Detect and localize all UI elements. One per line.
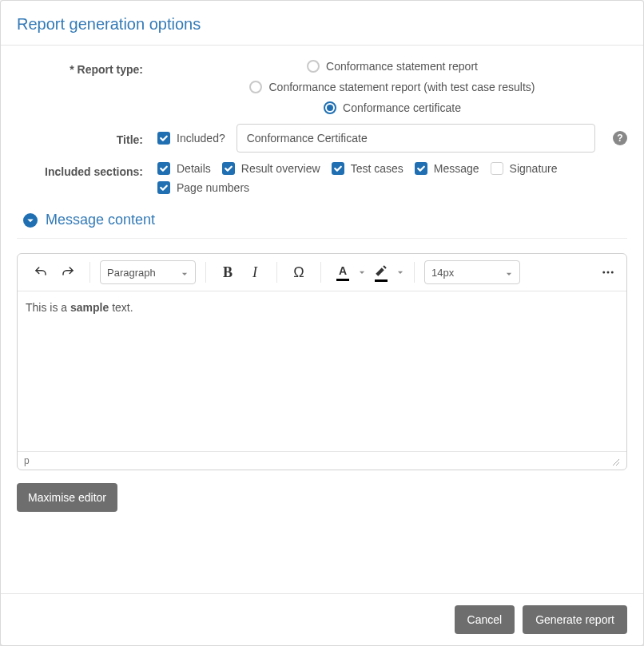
svg-line-3 xyxy=(613,459,619,466)
radio-conformance-statement[interactable]: Conformance statement report xyxy=(307,60,478,73)
editor-element-path[interactable]: p xyxy=(24,455,30,466)
section-toggle-message-content[interactable]: Message content xyxy=(17,204,627,239)
redo-button[interactable] xyxy=(56,260,80,284)
toolbar-separator xyxy=(89,262,90,283)
font-size-select-label: 14px xyxy=(431,267,454,279)
resize-handle[interactable] xyxy=(610,457,620,466)
editor-content-area[interactable]: This is a sample text. xyxy=(18,291,626,451)
chevron-down-icon xyxy=(181,268,189,276)
svg-point-2 xyxy=(611,271,614,274)
svg-line-4 xyxy=(616,462,619,466)
svg-point-0 xyxy=(602,271,605,274)
undo-button[interactable] xyxy=(29,260,53,284)
chevron-down-icon xyxy=(23,213,38,228)
chevron-down-icon xyxy=(505,268,513,276)
checkbox-icon xyxy=(415,162,427,175)
checkbox-icon xyxy=(332,162,344,175)
checkbox-details[interactable]: Details xyxy=(157,162,211,175)
checkbox-label: Message xyxy=(434,162,479,175)
field-sections: Details Result overview Test cases Messa… xyxy=(157,162,627,194)
paragraph-select-label: Paragraph xyxy=(107,267,156,279)
editor-text-bold: sample xyxy=(70,301,109,314)
toolbar-separator xyxy=(414,262,415,283)
checkbox-label: Test cases xyxy=(351,162,403,175)
modal-title: Report generation options xyxy=(17,15,627,34)
checkbox-message[interactable]: Message xyxy=(415,162,479,175)
row-sections: Included sections: Details Result overvi… xyxy=(17,162,627,194)
generate-report-button[interactable]: Generate report xyxy=(523,605,627,634)
checkbox-label: Included? xyxy=(177,132,225,145)
editor-toolbar: Paragraph B I Ω A xyxy=(18,254,626,291)
highlight-color-button[interactable] xyxy=(369,260,393,284)
row-title: Title: Included? ? xyxy=(17,124,627,153)
svg-point-1 xyxy=(607,271,610,274)
radio-icon xyxy=(324,101,336,114)
more-button[interactable] xyxy=(596,260,620,284)
section-title: Message content xyxy=(46,212,155,228)
radio-label: Conformance statement report xyxy=(326,60,478,73)
checkbox-result-overview[interactable]: Result overview xyxy=(222,162,320,175)
radio-label: Conformance statement report (with test … xyxy=(268,81,535,93)
field-title: Included? ? xyxy=(157,124,627,153)
italic-button[interactable]: I xyxy=(243,260,267,284)
toolbar-group-special: Ω xyxy=(282,260,316,284)
label-title: Title: xyxy=(17,130,157,146)
field-report-type: Conformance statement report Conformance… xyxy=(157,60,627,114)
chevron-down-icon[interactable] xyxy=(396,266,404,279)
radio-conformance-statement-results[interactable]: Conformance statement report (with test … xyxy=(249,81,535,93)
checkbox-signature[interactable]: Signature xyxy=(491,162,558,175)
rich-text-editor: Paragraph B I Ω A xyxy=(17,253,627,470)
maximise-editor-button[interactable]: Maximise editor xyxy=(17,483,117,512)
checkbox-icon xyxy=(157,162,170,175)
checkbox-page-numbers[interactable]: Page numbers xyxy=(157,181,249,194)
checkbox-label: Details xyxy=(177,162,211,175)
radio-icon xyxy=(307,60,320,73)
toolbar-separator xyxy=(205,262,206,283)
title-input[interactable] xyxy=(237,124,595,153)
checkbox-label: Page numbers xyxy=(177,181,249,194)
special-char-button[interactable]: Ω xyxy=(287,260,311,284)
checkbox-icon xyxy=(491,162,503,175)
modal-header: Report generation options xyxy=(1,1,643,46)
editor-footer: p xyxy=(18,451,626,470)
toolbar-separator xyxy=(276,262,277,283)
editor-text: This is a xyxy=(26,301,70,314)
modal-body: * Report type: Conformance statement rep… xyxy=(1,46,643,593)
editor-text: text. xyxy=(109,301,133,314)
toolbar-separator xyxy=(320,262,321,283)
row-report-type: * Report type: Conformance statement rep… xyxy=(17,60,627,114)
help-icon[interactable]: ? xyxy=(613,131,627,145)
checkbox-icon xyxy=(157,132,170,145)
toolbar-group-history xyxy=(24,260,85,284)
label-sections: Included sections: xyxy=(17,162,157,178)
chevron-down-icon[interactable] xyxy=(358,266,366,279)
font-size-select[interactable]: 14px xyxy=(424,260,520,284)
checkbox-icon xyxy=(157,181,170,194)
checkbox-title-included[interactable]: Included? xyxy=(157,132,225,145)
cancel-button[interactable]: Cancel xyxy=(455,605,515,634)
checkbox-label: Signature xyxy=(510,162,558,175)
toolbar-group-color: A xyxy=(326,260,409,284)
bold-button[interactable]: B xyxy=(216,260,240,284)
toolbar-group-fontsize: 14px xyxy=(419,260,525,284)
label-report-type: * Report type: xyxy=(17,60,157,76)
checkbox-test-cases[interactable]: Test cases xyxy=(332,162,403,175)
toolbar-group-format: B I xyxy=(211,260,272,284)
checkbox-label: Result overview xyxy=(241,162,320,175)
paragraph-select[interactable]: Paragraph xyxy=(100,260,196,284)
checkbox-icon xyxy=(222,162,235,175)
text-color-button[interactable]: A xyxy=(331,260,355,284)
radio-icon xyxy=(249,81,262,93)
modal-footer: Cancel Generate report xyxy=(1,593,643,645)
radio-label: Conformance certificate xyxy=(343,101,461,114)
report-generation-modal: Report generation options * Report type:… xyxy=(0,0,644,646)
radio-conformance-certificate[interactable]: Conformance certificate xyxy=(324,101,461,114)
toolbar-group-paragraph: Paragraph xyxy=(95,260,201,284)
